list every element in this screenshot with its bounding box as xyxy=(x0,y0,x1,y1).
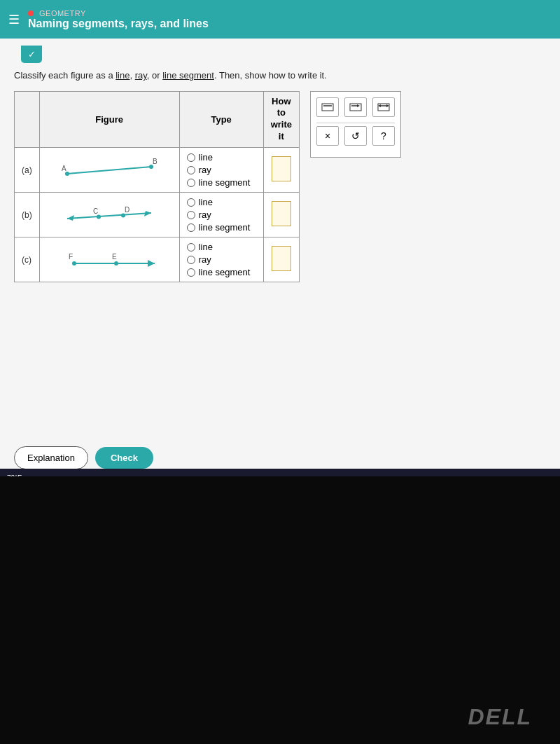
answer-box-c[interactable] xyxy=(272,246,291,271)
status-dot xyxy=(28,11,34,16)
radio-line-b[interactable]: line xyxy=(187,197,256,207)
answer-box-b[interactable] xyxy=(272,201,291,226)
symbol-help-btn[interactable]: ? xyxy=(372,126,395,146)
radio-segment-b[interactable]: line segment xyxy=(187,222,256,233)
svg-rect-23 xyxy=(378,104,389,111)
option-line: line xyxy=(199,152,213,163)
symbol-panel: × ↺ ? xyxy=(310,91,401,158)
figure-cell-c: F E xyxy=(39,237,179,282)
x-icon: × xyxy=(325,130,330,142)
svg-rect-18 xyxy=(322,104,333,111)
svg-text:E: E xyxy=(112,253,117,261)
option-ray: ray xyxy=(199,254,211,265)
svg-rect-20 xyxy=(350,104,361,111)
explanation-button[interactable]: Explanation xyxy=(14,446,88,469)
radio-circle[interactable] xyxy=(187,211,195,219)
svg-text:C: C xyxy=(93,207,98,215)
row-label-a: (a) xyxy=(15,148,40,193)
ray-symbol-icon xyxy=(349,100,363,114)
symbol-row-1 xyxy=(316,97,395,117)
content-area: ✓ Classify each figure as a line, ray, o… xyxy=(0,39,560,439)
instructions-text: Classify each figure as a line, ray, or … xyxy=(14,69,546,83)
row-label-b: (b) xyxy=(15,193,40,237)
svg-text:B: B xyxy=(153,158,158,165)
svg-text:D: D xyxy=(125,206,130,214)
option-segment: line segment xyxy=(199,267,251,277)
type-cell-a: line ray line segment xyxy=(179,148,263,193)
symbol-row-2: × ↺ ? xyxy=(316,126,395,146)
hamburger-menu[interactable]: ☰ xyxy=(8,12,20,27)
radio-circle[interactable] xyxy=(187,243,195,252)
option-ray: ray xyxy=(199,165,211,175)
radio-line-a[interactable]: line xyxy=(187,152,256,163)
dell-logo: DELL xyxy=(468,704,532,730)
type-cell-b: line ray line segment xyxy=(179,193,263,237)
table-row: (a) A B xyxy=(15,148,300,193)
radio-segment-c[interactable]: line segment xyxy=(187,267,256,277)
collapse-button[interactable]: ✓ xyxy=(21,46,42,63)
radio-ray-b[interactable]: ray xyxy=(187,209,256,220)
figure-a-svg: A B xyxy=(53,153,165,188)
symbol-line-btn[interactable] xyxy=(372,97,395,117)
radio-ray-c[interactable]: ray xyxy=(187,254,256,265)
radio-ray-a[interactable]: ray xyxy=(187,165,256,175)
undo-icon: ↺ xyxy=(351,130,360,142)
laptop-bottom: DELL xyxy=(0,476,560,744)
radio-circle[interactable] xyxy=(187,268,195,277)
option-segment: line segment xyxy=(199,177,251,188)
svg-marker-22 xyxy=(357,104,360,107)
svg-line-5 xyxy=(67,213,151,219)
option-ray: ray xyxy=(199,209,211,220)
option-segment: line segment xyxy=(199,222,251,233)
help-icon: ? xyxy=(381,130,386,142)
chevron-down-icon: ✓ xyxy=(28,49,36,60)
segment-symbol-icon xyxy=(321,100,335,114)
svg-point-9 xyxy=(121,213,125,217)
radio-circle[interactable] xyxy=(187,179,195,187)
type-cell-c: line ray line segment xyxy=(179,237,263,282)
symbol-segment-btn[interactable] xyxy=(316,97,339,117)
radio-circle[interactable] xyxy=(187,198,195,207)
radio-circle[interactable] xyxy=(187,166,195,174)
app-header: ☰ GEOMETRY Naming segments, rays, and li… xyxy=(0,0,560,39)
radio-group-c: line ray line segment xyxy=(187,242,256,277)
table-row: (c) F E xyxy=(15,237,300,282)
symbol-x-btn[interactable]: × xyxy=(316,126,339,146)
symbol-ray-btn[interactable] xyxy=(344,97,367,117)
radio-circle[interactable] xyxy=(187,256,195,264)
svg-marker-25 xyxy=(378,104,381,107)
figure-cell-a: A B xyxy=(39,148,179,193)
line-symbol-icon xyxy=(377,100,391,114)
symbol-divider xyxy=(316,123,395,123)
radio-line-c[interactable]: line xyxy=(187,242,256,252)
row-label-c: (c) xyxy=(15,237,40,282)
page-title: Naming segments, rays, and lines xyxy=(28,18,209,30)
svg-line-0 xyxy=(67,167,151,174)
option-line: line xyxy=(199,242,213,252)
howto-cell-b xyxy=(263,193,299,237)
option-line: line xyxy=(199,197,213,207)
radio-circle[interactable] xyxy=(187,223,195,232)
subject-label: GEOMETRY xyxy=(39,9,86,18)
symbol-undo-btn[interactable]: ↺ xyxy=(344,126,367,146)
check-button[interactable]: Check xyxy=(95,447,153,469)
svg-point-8 xyxy=(97,214,101,219)
figure-cell-b: C D xyxy=(39,193,179,237)
svg-point-14 xyxy=(114,261,118,266)
col-header-howto: How towrite it xyxy=(263,91,299,148)
col-header-type: Type xyxy=(179,91,263,148)
svg-point-13 xyxy=(72,261,76,266)
answer-box-a[interactable] xyxy=(272,156,291,181)
radio-group-b: line ray line segment xyxy=(187,197,256,233)
header-text: GEOMETRY Naming segments, rays, and line… xyxy=(28,9,209,30)
table-row: (b) C xyxy=(15,193,300,237)
radio-segment-a[interactable]: line segment xyxy=(187,177,256,188)
radio-circle[interactable] xyxy=(187,153,195,162)
figure-b-svg: C D xyxy=(53,198,165,233)
svg-marker-26 xyxy=(386,104,389,107)
figure-c-svg: F E xyxy=(53,242,165,277)
svg-text:F: F xyxy=(69,253,73,261)
radio-group-a: line ray line segment xyxy=(187,152,256,188)
main-layout: Figure Type How towrite it (a) xyxy=(14,91,546,283)
howto-cell-a xyxy=(263,148,299,193)
